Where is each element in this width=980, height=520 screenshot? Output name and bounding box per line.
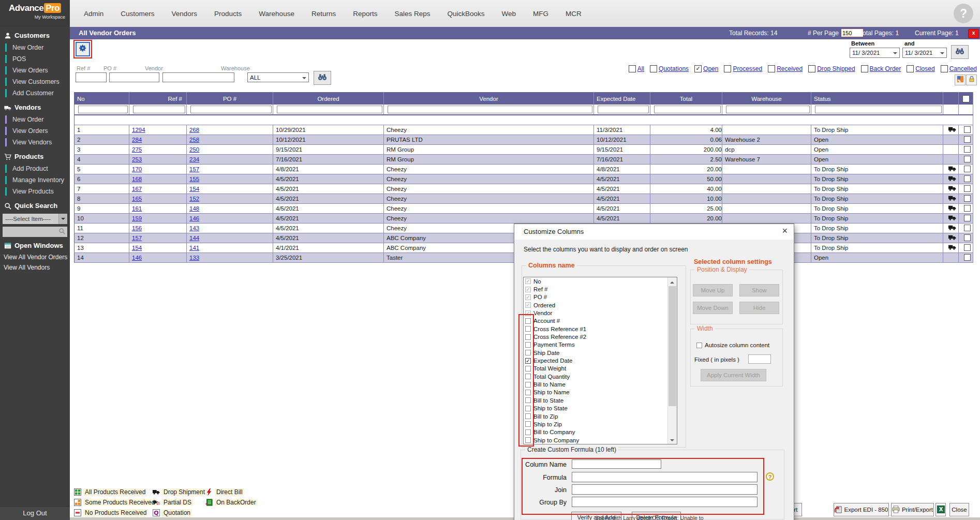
column-header-vendor[interactable]: Vendor — [384, 93, 594, 105]
po-link[interactable]: 143 — [189, 225, 199, 231]
move-up-button[interactable]: Move Up — [693, 284, 733, 296]
join-input[interactable] — [572, 484, 758, 495]
select-all-checkbox[interactable] — [962, 95, 970, 102]
po-link[interactable]: 157 — [189, 166, 199, 172]
po-link[interactable]: 268 — [189, 127, 199, 133]
row-checkbox[interactable] — [964, 156, 971, 162]
row-checkbox[interactable] — [964, 234, 971, 241]
date-from-select[interactable]: 11/ 3/2021 — [850, 48, 900, 58]
export-excel-button[interactable] — [955, 75, 966, 85]
status-filter-closed[interactable]: Closed — [907, 65, 934, 72]
sidebar-item-customers-view-customers[interactable]: View Customers — [0, 76, 70, 87]
row-checkbox[interactable] — [964, 146, 971, 153]
lock-button[interactable] — [966, 75, 977, 85]
fixed-width-input[interactable] — [748, 354, 771, 364]
po-filter-input[interactable] — [109, 72, 159, 82]
column-filter-input[interactable] — [654, 106, 721, 113]
column-filter-input[interactable] — [726, 106, 810, 113]
column-header-status[interactable]: Status — [811, 93, 943, 105]
dialog-column-item-no[interactable]: ✓No — [524, 277, 677, 285]
dialog-column-item-ordered[interactable]: ✓Ordered — [524, 301, 677, 309]
nav-item-reports[interactable]: Reports — [353, 10, 377, 18]
column-header-ref[interactable]: Ref # — [129, 93, 187, 105]
date-search-button[interactable] — [951, 45, 969, 59]
open-window-view-all-vendor-orders[interactable]: View All Vendor Orders — [0, 252, 70, 262]
date-to-select[interactable]: 11/ 3/2021 — [902, 48, 947, 58]
row-checkbox[interactable] — [964, 166, 971, 172]
close-button[interactable]: Close — [949, 503, 969, 516]
ref-link[interactable]: 154 — [132, 245, 142, 251]
move-down-button[interactable]: Move Down — [693, 302, 733, 314]
row-checkbox[interactable] — [964, 136, 971, 143]
po-link[interactable]: 133 — [189, 255, 199, 261]
quick-search-input[interactable] — [3, 227, 67, 237]
dialog-column-item-cross-reference-1[interactable]: Cross Reference #1 — [524, 325, 677, 333]
dialog-column-item-ship-to-name[interactable]: Ship to Name — [524, 389, 677, 396]
quick-search-select[interactable]: ----Select Item---- — [3, 214, 67, 224]
help-icon[interactable]: ? — [954, 4, 973, 23]
customize-columns-button[interactable] — [76, 42, 90, 56]
nav-item-customers[interactable]: Customers — [121, 10, 154, 18]
sidebar-item-customers-view-orders[interactable]: View Orders — [0, 65, 70, 76]
sidebar-item-vendors-view-vendors[interactable]: View Vendors — [0, 137, 70, 148]
column-filter-input[interactable] — [133, 106, 185, 113]
po-link[interactable]: 154 — [189, 186, 199, 192]
nav-item-admin[interactable]: Admin — [84, 10, 103, 18]
sidebar-item-customers-add-customer[interactable]: Add Customer — [0, 87, 70, 99]
close-window-button[interactable]: x — [968, 29, 979, 38]
row-checkbox[interactable] — [964, 175, 971, 182]
ref-link[interactable]: 170 — [132, 166, 142, 172]
dialog-column-item-bill-to-state[interactable]: Bill to State — [524, 396, 677, 404]
row-checkbox[interactable] — [964, 244, 971, 251]
po-link[interactable]: 250 — [189, 146, 199, 153]
ref-link[interactable]: 1294 — [132, 127, 145, 133]
warehouse-select[interactable]: ALL — [247, 72, 309, 82]
row-checkbox[interactable] — [964, 185, 971, 192]
po-link[interactable]: 144 — [189, 235, 199, 241]
sidebar-item-products-view-products[interactable]: View Products — [0, 186, 70, 197]
dialog-column-item-ship-to-company[interactable]: Ship to Company — [524, 436, 677, 444]
nav-item-mcr[interactable]: MCR — [566, 10, 582, 18]
ref-link[interactable]: 159 — [132, 215, 142, 221]
ref-link[interactable]: 284 — [132, 137, 142, 143]
dialog-column-item-account[interactable]: Account # — [524, 317, 677, 325]
dialog-column-item-expected-date[interactable]: ✓Expected Date — [524, 356, 677, 364]
ref-link[interactable]: 165 — [132, 196, 142, 202]
po-link[interactable]: 146 — [189, 215, 199, 221]
column-header-total[interactable]: Total — [650, 93, 722, 105]
dialog-column-item-total-weight[interactable]: Total Weight — [524, 365, 677, 373]
status-filter-all[interactable]: All — [629, 65, 644, 72]
ref-link[interactable]: 161 — [132, 205, 142, 212]
status-filter-drop-shipped[interactable]: Drop Shipped — [808, 65, 855, 72]
column-filter-input[interactable] — [190, 106, 272, 113]
nav-item-web[interactable]: Web — [502, 10, 516, 18]
status-filter-back-order[interactable]: Back Order — [861, 65, 901, 72]
nav-item-warehouse[interactable]: Warehouse — [259, 10, 294, 18]
help-icon[interactable]: ? — [766, 472, 774, 481]
status-filter-quotations[interactable]: Quotations — [650, 65, 689, 72]
column-header-expected-date[interactable]: Expected Date — [594, 93, 650, 105]
row-checkbox[interactable] — [964, 195, 971, 202]
column-header-po[interactable]: PO # — [187, 93, 273, 105]
formula-input[interactable] — [572, 472, 758, 482]
dialog-column-item-ship-to-zip[interactable]: Ship to Zip — [524, 420, 677, 428]
column-filter-input[interactable] — [388, 106, 592, 113]
autosize-checkbox[interactable]: Autosize column content — [696, 342, 769, 348]
row-checkbox[interactable] — [964, 215, 971, 221]
dialog-column-item-ship-date[interactable]: Ship Date — [524, 349, 677, 356]
group-by-input[interactable] — [572, 497, 758, 507]
sidebar-item-customers-pos[interactable]: POS — [0, 53, 70, 65]
scroll-down-icon[interactable] — [668, 436, 677, 444]
dialog-column-item-ship-to-state[interactable]: Ship to State — [524, 405, 677, 412]
status-filter-open[interactable]: ✓Open — [694, 65, 718, 72]
po-link[interactable]: 234 — [189, 156, 199, 162]
nav-item-sales-reps[interactable]: Sales Reps — [394, 10, 430, 18]
dialog-column-item-total-quantity[interactable]: Total Quantity — [524, 373, 677, 380]
column-filter-input[interactable] — [277, 106, 382, 113]
dialog-column-item-bill-to-company[interactable]: Bill to Company — [524, 428, 677, 436]
ref-link[interactable]: 253 — [132, 156, 142, 162]
nav-item-returns[interactable]: Returns — [311, 10, 336, 18]
scrollbar-thumb[interactable] — [669, 286, 676, 406]
column-filter-input[interactable] — [78, 106, 128, 113]
open-window-view-all-vendors[interactable]: View All Vendors — [0, 262, 70, 273]
